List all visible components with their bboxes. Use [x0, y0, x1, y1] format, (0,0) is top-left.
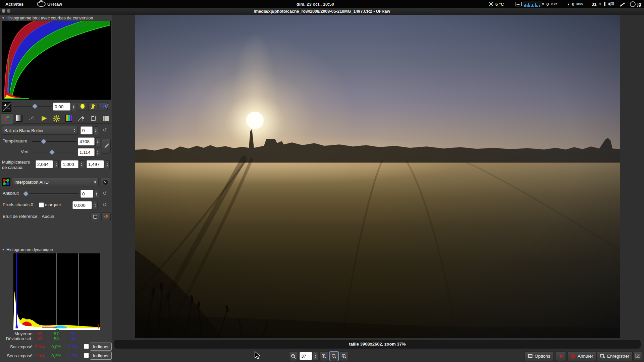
- stddev-red: 62: [32, 336, 47, 341]
- temperature-input[interactable]: [78, 137, 95, 145]
- denoise-slider[interactable]: [23, 190, 78, 198]
- dark-frame-reset-button[interactable]: ↺: [101, 213, 111, 221]
- mult-blue-input[interactable]: [87, 160, 104, 168]
- wb-reset-button[interactable]: ↺: [103, 127, 107, 133]
- zoom-level-input[interactable]: [300, 352, 312, 360]
- activities-button[interactable]: Activités: [5, 0, 23, 8]
- cpu-temp-indicator: 31C: [592, 0, 601, 8]
- underexposed-indicate-button[interactable]: Indiquer: [90, 352, 112, 360]
- tab-color-management[interactable]: [50, 113, 62, 123]
- zoom-100-button[interactable]: 1: [340, 351, 348, 361]
- hot-pixels-input[interactable]: [72, 201, 92, 209]
- wb-finetune-input[interactable]: [80, 126, 93, 134]
- denoise-reset-button[interactable]: ↺: [103, 190, 107, 196]
- mult-blue-spinner[interactable]: ▲▼: [105, 160, 110, 169]
- overexposed-blue: 0,0%: [66, 344, 80, 349]
- restore-highlights-button[interactable]: [78, 102, 87, 111]
- overexposed-checkbox[interactable]: [84, 344, 89, 349]
- app-menu[interactable]: UFRaw: [37, 0, 62, 8]
- mult-green-spinner[interactable]: ▲▼: [79, 160, 84, 169]
- cancel-button[interactable]: Annuler: [568, 351, 597, 361]
- zoom-fit-button[interactable]: [330, 351, 338, 361]
- display-id-button[interactable]: [633, 352, 642, 360]
- tabs-bar: [1, 113, 111, 124]
- underexposed-label: Sous-exposé:: [0, 353, 34, 358]
- green-input[interactable]: [78, 148, 95, 156]
- exif-barcode-icon: [102, 115, 110, 122]
- interpolation-clear-button[interactable]: ✕: [101, 178, 110, 186]
- temperature-spinner[interactable]: ▲▼: [95, 137, 100, 146]
- live-histogram-expander[interactable]: ▼ Histogramme dynamique: [2, 247, 53, 252]
- expander-icon: ▼: [2, 16, 5, 20]
- ufraw-logo-icon: [37, 1, 46, 7]
- tab-grayscale[interactable]: [13, 113, 25, 123]
- overexposed-red: 0,3%: [32, 344, 47, 349]
- hot-pixels-reset-button[interactable]: ↺: [103, 202, 107, 208]
- underexposed-red: 1,0%: [32, 353, 47, 358]
- window-dot-1[interactable]: [2, 9, 5, 13]
- zoom-in-button[interactable]: [320, 351, 328, 361]
- options-button[interactable]: Options: [524, 351, 554, 361]
- tab-white-balance[interactable]: [1, 113, 13, 124]
- tab-save[interactable]: [88, 113, 99, 123]
- mean-label: Moyenne:: [0, 331, 34, 336]
- control-panel: ▼ Histogramme brut avec courbes de conve…: [0, 15, 112, 362]
- tab-exif[interactable]: [100, 113, 112, 123]
- delete-button[interactable]: ✖: [556, 351, 566, 361]
- wb-finetune-spinner[interactable]: ▲▼: [93, 126, 98, 135]
- stylus-indicator[interactable]: [620, 0, 625, 8]
- bayer-pattern-icon: [2, 178, 10, 186]
- user-menu[interactable]: jg: [630, 0, 641, 8]
- overexposed-indicate-button[interactable]: Indiquer: [90, 343, 112, 351]
- system-monitor-indicator[interactable]: [516, 0, 542, 8]
- zoom-out-button[interactable]: [289, 351, 298, 361]
- mult-red-input[interactable]: [36, 160, 53, 168]
- options-label: Options: [535, 354, 550, 359]
- exposure-value-input[interactable]: [53, 103, 70, 111]
- zoom-level-spinner[interactable]: ▲▼: [313, 352, 318, 361]
- window-title-bar[interactable]: /media/xp/photo/cache_row/2008/2008-05-2…: [0, 8, 644, 15]
- weather-indicator[interactable]: 6 °C: [488, 0, 504, 8]
- exposure-reset-button[interactable]: ↺: [105, 103, 109, 109]
- tab-corrections[interactable]: [63, 113, 74, 123]
- multipliers-row: Multiplicateurs de canaux: ▲▼ ▲▼ ▲▼: [0, 158, 112, 175]
- wb-preset-combo[interactable]: Bal. du Blanc Boitier ▲▼: [2, 126, 78, 135]
- green-slider[interactable]: [32, 148, 76, 156]
- raw-histogram[interactable]: [2, 21, 111, 100]
- tab-base-curve[interactable]: [38, 113, 50, 123]
- net-down-unit: kB/s: [551, 2, 557, 6]
- mult-green-input[interactable]: [61, 160, 78, 168]
- expander-icon: ▼: [2, 248, 5, 251]
- window-dot-2[interactable]: [7, 9, 10, 13]
- hot-pixels-mark-checkbox[interactable]: [39, 202, 44, 207]
- denoise-spinner[interactable]: ▲▼: [94, 190, 99, 198]
- chevron-updown-icon: ▲▼: [92, 179, 96, 185]
- mouse-cursor: [254, 351, 261, 360]
- clock-menu[interactable]: dim. 23 oct., 10:50: [297, 0, 334, 8]
- hot-pixels-spinner[interactable]: ▲▼: [93, 201, 98, 210]
- white-balance-icon: [3, 115, 11, 122]
- photo-preview[interactable]: [135, 15, 620, 338]
- exposure-spinner[interactable]: ▲▼: [71, 103, 76, 111]
- mult-red-spinner[interactable]: ▲▼: [54, 160, 59, 169]
- save-button[interactable]: Enregistrer: [597, 351, 633, 361]
- temperature-slider[interactable]: [32, 137, 76, 145]
- denoise-input[interactable]: [80, 190, 93, 198]
- exposure-slider[interactable]: [13, 102, 51, 110]
- underexposed-checkbox[interactable]: [84, 353, 89, 358]
- live-histogram[interactable]: [13, 253, 100, 330]
- net-down-icon: ▼: [541, 2, 545, 6]
- interpolation-combo[interactable]: Interpolation AHD ▲▼: [12, 178, 99, 186]
- green-spinner[interactable]: ▲▼: [95, 148, 100, 157]
- raw-histogram-expander[interactable]: ▼ Histogramme brut avec courbes de conve…: [2, 16, 93, 20]
- volume-indicator[interactable]: [606, 0, 610, 8]
- dark-frame-load-button[interactable]: [91, 213, 100, 221]
- lens-correction-icon: [28, 115, 35, 122]
- tab-transformations[interactable]: [75, 113, 87, 123]
- tab-lens-correction[interactable]: [25, 113, 37, 123]
- net-up-value: 0: [572, 2, 574, 7]
- overexposed-green: 0,0%: [49, 344, 64, 349]
- save-label: Enregistrer: [607, 354, 629, 359]
- restore-details-button[interactable]: [88, 102, 97, 111]
- net-up-icon: ▲: [567, 2, 570, 6]
